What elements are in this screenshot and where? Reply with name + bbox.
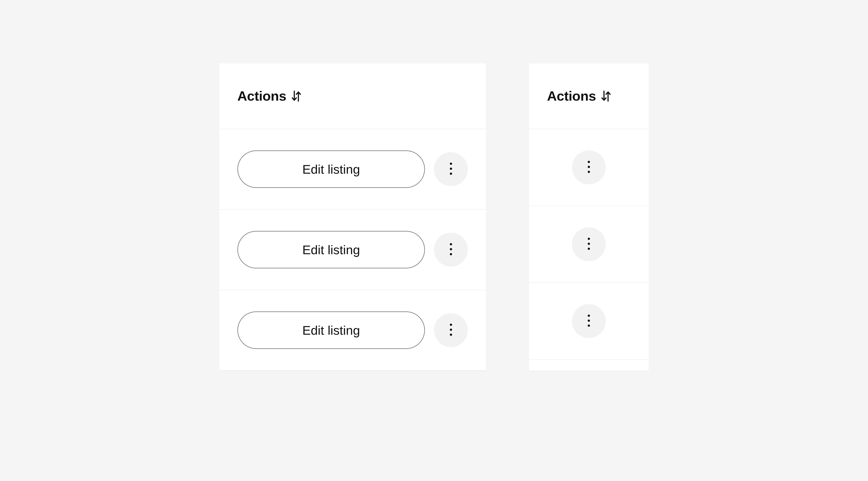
svg-point-1 bbox=[450, 168, 452, 170]
sort-icon bbox=[601, 90, 611, 102]
edit-listing-button[interactable]: Edit listing bbox=[237, 311, 425, 349]
more-vertical-icon bbox=[450, 323, 452, 337]
svg-point-13 bbox=[588, 243, 590, 245]
table-row: Edit listing bbox=[219, 210, 486, 290]
column-header-label: Actions bbox=[547, 88, 596, 104]
edit-listing-button-label: Edit listing bbox=[302, 323, 360, 338]
overflow-menu-button[interactable] bbox=[572, 304, 606, 338]
overflow-menu-button[interactable] bbox=[434, 152, 468, 186]
svg-point-5 bbox=[450, 253, 452, 255]
svg-point-15 bbox=[588, 314, 590, 317]
svg-point-3 bbox=[450, 243, 452, 245]
svg-point-11 bbox=[588, 171, 590, 173]
more-vertical-icon bbox=[450, 162, 452, 176]
table-row bbox=[529, 283, 649, 360]
overflow-menu-button[interactable] bbox=[434, 233, 468, 267]
svg-point-8 bbox=[450, 334, 452, 336]
table-row bbox=[529, 129, 649, 206]
edit-listing-button[interactable]: Edit listing bbox=[237, 231, 425, 268]
svg-point-10 bbox=[588, 166, 590, 168]
svg-point-7 bbox=[450, 329, 452, 331]
overflow-menu-button[interactable] bbox=[572, 227, 606, 261]
more-vertical-icon bbox=[587, 314, 590, 328]
sort-icon bbox=[291, 90, 301, 102]
actions-column-narrow: Actions bbox=[529, 63, 649, 371]
overflow-menu-button[interactable] bbox=[572, 150, 606, 184]
column-header-label: Actions bbox=[237, 88, 286, 104]
column-header[interactable]: Actions bbox=[529, 63, 649, 129]
columns-wrapper: Actions Edit listing bbox=[219, 63, 649, 371]
table-row bbox=[529, 206, 649, 283]
svg-point-12 bbox=[588, 238, 590, 240]
table-row: Edit listing bbox=[219, 129, 486, 210]
svg-point-6 bbox=[450, 324, 452, 326]
svg-point-4 bbox=[450, 248, 452, 250]
svg-point-14 bbox=[588, 248, 590, 250]
svg-point-17 bbox=[588, 325, 590, 327]
more-vertical-icon bbox=[587, 237, 590, 251]
column-header[interactable]: Actions bbox=[219, 63, 486, 129]
svg-point-16 bbox=[588, 320, 590, 322]
actions-column-wide: Actions Edit listing bbox=[219, 63, 486, 371]
edit-listing-button-label: Edit listing bbox=[302, 242, 360, 257]
more-vertical-icon bbox=[587, 160, 590, 175]
table-row: Edit listing bbox=[219, 290, 486, 371]
overflow-menu-button[interactable] bbox=[434, 313, 468, 347]
svg-point-0 bbox=[450, 162, 452, 165]
edit-listing-button-label: Edit listing bbox=[302, 162, 360, 177]
edit-listing-button[interactable]: Edit listing bbox=[237, 150, 425, 188]
more-vertical-icon bbox=[450, 242, 452, 257]
svg-point-2 bbox=[450, 173, 452, 175]
svg-point-9 bbox=[588, 161, 590, 163]
